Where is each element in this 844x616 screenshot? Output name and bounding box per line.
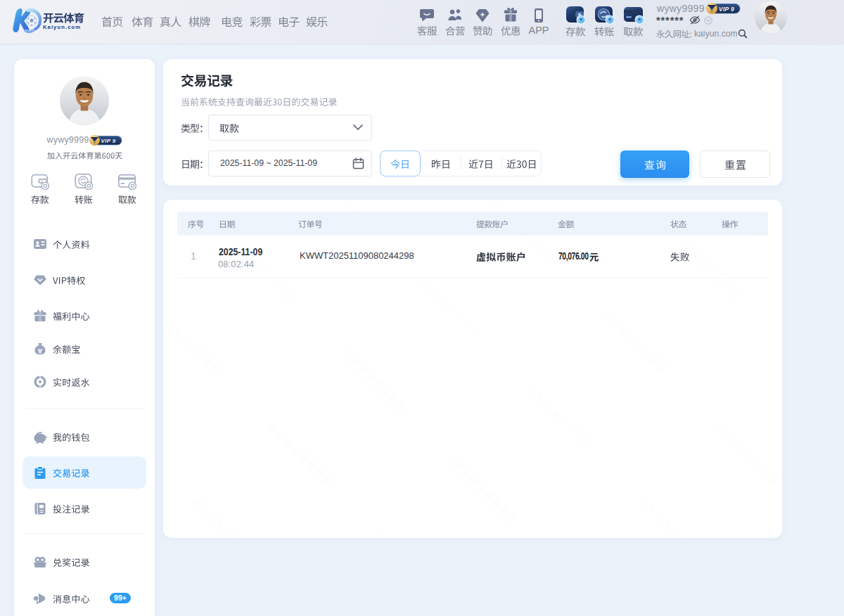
svg-text:VIP 9: VIP 9 [719,6,734,13]
svg-text:VIP 9: VIP 9 [101,137,115,143]
